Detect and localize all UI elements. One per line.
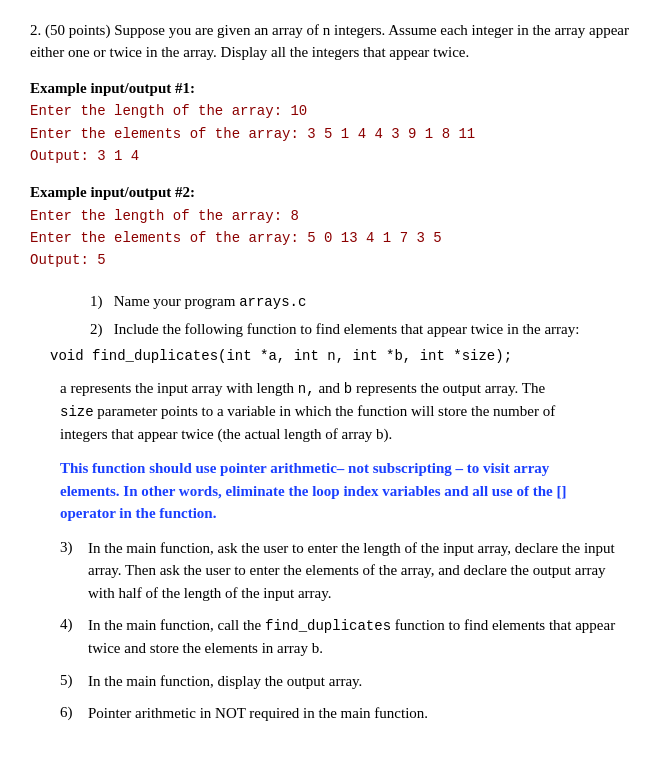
example-1-line-3: Output: 3 1 4 [30, 146, 633, 166]
desc-n-code: n, [298, 381, 315, 397]
item-2-text: Include the following function to find e… [114, 321, 580, 337]
blue-bold-text: This function should use pointer arithme… [60, 457, 603, 525]
example-label-2: Example input/output #2: [30, 182, 633, 204]
list-item-4-text: In the main function, call the find_dupl… [88, 614, 633, 660]
list-item-6: 6) Pointer arithmetic in NOT required in… [30, 702, 633, 725]
question-header: 2. (50 points) Suppose you are given an … [30, 20, 633, 64]
examples-container: Example input/output #1: Enter the lengt… [30, 78, 633, 271]
item-1-text-before: Name your program [114, 293, 239, 309]
list-item-5: 5) In the main function, display the out… [30, 670, 633, 693]
list-item-4-num: 4) [60, 614, 88, 660]
list-item-3-num: 3) [60, 537, 88, 605]
list-item-3: 3) In the main function, ask the user to… [30, 537, 633, 605]
item-1: 1) Name your program arrays.c [90, 291, 633, 313]
list-items-container: 3) In the main function, ask the user to… [30, 537, 633, 725]
desc-part1-before: a represents the input array with length [60, 380, 298, 396]
list-item-3-text: In the main function, ask the user to en… [88, 537, 633, 605]
item-1-code: arrays.c [239, 294, 306, 310]
question-intro: Suppose you are given an array of n inte… [30, 22, 629, 60]
desc-b-code: b [344, 381, 352, 397]
desc-part2-after: parameter points to a variable in which … [60, 403, 555, 442]
desc-part1-mid: and [315, 380, 344, 396]
example-1-line-2: Enter the elements of the array: 3 5 1 4… [30, 124, 633, 144]
item-2: 2) Include the following function to fin… [90, 319, 633, 341]
example-2-line-1: Enter the length of the array: 8 [30, 206, 633, 226]
example-2-line-2: Enter the elements of the array: 5 0 13 … [30, 228, 633, 248]
function-signature: void find_duplicates(int *a, int n, int … [50, 346, 633, 366]
desc-size-code: size [60, 404, 94, 420]
item-2-num: 2) [90, 321, 110, 337]
list-item-4: 4) In the main function, call the find_d… [30, 614, 633, 660]
question-number: 2. [30, 22, 41, 38]
desc-part1-after: represents the output array. The [352, 380, 545, 396]
example-2-line-3: Output: 5 [30, 250, 633, 270]
items-list: 1) Name your program arrays.c 2) Include… [30, 291, 633, 341]
example-label-1: Example input/output #1: [30, 78, 633, 100]
question-points: (50 points) [45, 22, 110, 38]
list-item-5-text: In the main function, display the output… [88, 670, 633, 693]
item-1-num: 1) [90, 293, 110, 309]
example-1-line-1: Enter the length of the array: 10 [30, 101, 633, 121]
list-item-4-code: find_duplicates [265, 618, 391, 634]
list-item-6-text: Pointer arithmetic in NOT required in th… [88, 702, 633, 725]
list-item-6-num: 6) [60, 702, 88, 725]
list-item-5-num: 5) [60, 670, 88, 693]
description-block: a represents the input array with length… [60, 377, 603, 446]
list-item-4-before: In the main function, call the [88, 617, 265, 633]
